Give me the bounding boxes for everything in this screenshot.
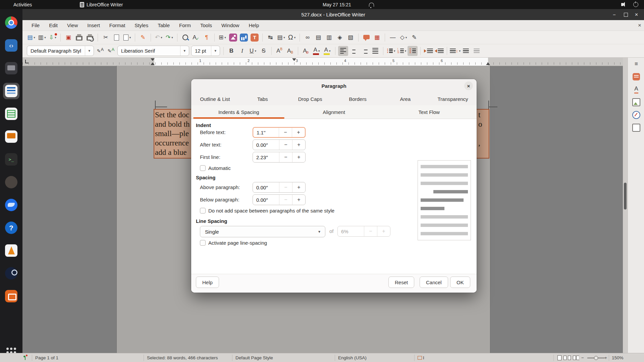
tab-transparency[interactable]: Transparency <box>429 93 477 105</box>
new-style-button[interactable]: ✎A <box>106 46 116 56</box>
menu-tools[interactable]: Tools <box>196 20 217 31</box>
ordered-list-button[interactable]: IIIIII▾ <box>397 46 407 56</box>
spelling-button[interactable]: A✓ <box>191 33 201 43</box>
of-decrement[interactable]: − <box>364 226 377 236</box>
strikethrough-button[interactable]: S <box>259 46 269 56</box>
sidebar-properties-icon[interactable] <box>632 72 641 81</box>
dialog-titlebar[interactable]: Paragraph × <box>191 79 477 93</box>
print-button[interactable] <box>74 33 84 43</box>
update-style-button[interactable]: ✎A <box>95 46 105 56</box>
sidebar-inspector-icon[interactable] <box>632 123 641 132</box>
multi-page-view-button[interactable] <box>563 353 572 362</box>
close-document-button[interactable]: × <box>638 22 641 29</box>
automatic-checkbox[interactable] <box>200 165 206 171</box>
save-button[interactable]: ⇩▾ <box>48 33 58 43</box>
volume-icon[interactable] <box>621 0 623 9</box>
below-paragraph-increment[interactable]: + <box>292 195 305 205</box>
tab-area[interactable]: Area <box>381 93 429 105</box>
basic-shapes-button[interactable]: ◇▾ <box>398 33 409 43</box>
before-text-increment[interactable]: + <box>292 128 305 137</box>
dock-steam[interactable] <box>3 265 19 282</box>
selection-mode-icon[interactable]: I <box>418 353 424 362</box>
document-text-line[interactable]: t <box>478 111 480 119</box>
ok-button[interactable]: OK <box>450 277 470 288</box>
below-paragraph-field[interactable]: 0.00″ − + <box>253 194 306 205</box>
dialog-close-button[interactable]: × <box>464 81 473 90</box>
document-text-line[interactable]: , <box>478 139 480 147</box>
document-text-line[interactable]: Set the doc <box>155 111 189 119</box>
tab-text-flow[interactable]: Text Flow <box>381 105 477 119</box>
dock-vlc[interactable] <box>3 242 19 259</box>
insert-endnote-button[interactable]: ▥ <box>324 33 334 43</box>
dock-thunderbird[interactable] <box>3 197 19 213</box>
notification-bell-icon[interactable] <box>369 0 374 9</box>
document-text-line[interactable]: o <box>478 120 482 129</box>
tab-tabs[interactable]: Tabs <box>239 93 286 105</box>
above-paragraph-field[interactable]: 0.00″ − + <box>253 182 306 193</box>
zoom-slider[interactable] <box>585 353 607 362</box>
menu-styles[interactable]: Styles <box>130 20 153 31</box>
activate-page-line-spacing-checkbox[interactable] <box>200 240 206 246</box>
minimize-button[interactable]: − <box>611 12 617 17</box>
font-color-button[interactable]: A▾ <box>312 46 322 56</box>
automatic-label[interactable]: Automatic <box>208 165 231 171</box>
power-icon[interactable] <box>633 0 638 9</box>
insert-footnote-button[interactable]: ▤ <box>313 33 323 43</box>
menu-format[interactable]: Format <box>105 20 130 31</box>
above-paragraph-decrement[interactable]: − <box>279 182 292 192</box>
sidebar-gallery-icon[interactable] <box>632 98 641 107</box>
vertical-scrollbar[interactable] <box>623 58 628 353</box>
dock-gimp[interactable] <box>3 174 19 190</box>
left-indent-marker[interactable] <box>151 62 155 65</box>
clone-formatting-button[interactable]: ✎ <box>138 33 148 43</box>
activities-button[interactable]: Activities <box>13 0 32 9</box>
menu-insert[interactable]: Insert <box>83 20 105 31</box>
menu-window[interactable]: Window <box>217 20 244 31</box>
dock-vscode[interactable]: ‹› <box>3 37 19 54</box>
undo-button[interactable]: ↶▾ <box>154 33 164 43</box>
insert-cross-reference-button[interactable]: ▧ <box>345 33 356 43</box>
paragraph-style-combo[interactable]: Default Paragraph Styl▾ <box>27 46 94 56</box>
superscript-button[interactable]: AB <box>274 46 284 56</box>
track-changes-button[interactable]: ▦ <box>372 33 382 43</box>
after-text-decrement[interactable]: − <box>279 140 292 150</box>
zoom-percentage[interactable]: 150% <box>612 353 624 362</box>
menu-view[interactable]: View <box>62 20 83 31</box>
menu-edit[interactable]: Edit <box>44 20 62 31</box>
tab-alignment[interactable]: Alignment <box>286 105 382 119</box>
clear-formatting-button[interactable]: A⊘ <box>301 46 311 56</box>
indent-marker[interactable] <box>292 58 296 61</box>
sidebar-settings-icon[interactable]: ≡ <box>632 60 641 68</box>
window-titlebar[interactable]: 527.docx - LibreOffice Writer − × <box>22 9 644 20</box>
insert-bookmark-button[interactable]: ◈ <box>335 33 345 43</box>
unsaved-changes-icon[interactable] <box>23 353 29 362</box>
highlight-color-button[interactable]: A▾ <box>322 46 332 56</box>
align-center-button[interactable] <box>349 46 359 56</box>
focused-app-menu[interactable]: LibreOffice Writer <box>80 0 123 9</box>
increase-paragraph-spacing-button[interactable] <box>461 46 471 56</box>
underline-button[interactable]: U▾ <box>248 46 258 56</box>
clock[interactable]: May 27 15:21 <box>323 0 351 9</box>
document-text-line[interactable]: small—ple <box>155 129 189 138</box>
menu-file[interactable]: File <box>27 20 44 31</box>
line-spacing-of-field[interactable]: 6% − + <box>337 226 390 237</box>
of-increment[interactable]: + <box>377 226 390 236</box>
sidebar-styles-icon[interactable]: A <box>632 85 641 94</box>
activate-page-line-spacing-label[interactable]: Activate page line-spacing <box>208 240 267 246</box>
tab-indents-spacing[interactable]: Indents & Spacing <box>191 105 286 119</box>
no-space-label[interactable]: Do not add space between paragraphs of t… <box>208 208 334 214</box>
paste-button[interactable]: ▾ <box>122 33 132 43</box>
zoom-slider-knob[interactable] <box>594 356 598 360</box>
copy-button[interactable] <box>111 33 121 43</box>
document-text-line[interactable]: add a blue <box>155 148 187 157</box>
horizontal-ruler[interactable]: 1 2 3 4 5 6 <box>22 58 623 66</box>
find-replace-button[interactable] <box>180 33 190 43</box>
menu-table[interactable]: Table <box>153 20 174 31</box>
document-text-line[interactable]: and bold th <box>155 120 190 129</box>
dock-help[interactable]: ? <box>3 220 19 236</box>
tab-outline-list[interactable]: Outline & List <box>191 93 239 105</box>
first-line-indent-marker[interactable] <box>151 58 155 61</box>
line-spacing-dropdown[interactable]: Single ▾ <box>200 226 325 237</box>
first-line-increment[interactable]: + <box>292 152 305 162</box>
insert-table-button[interactable]: ⊞▾ <box>217 33 227 43</box>
